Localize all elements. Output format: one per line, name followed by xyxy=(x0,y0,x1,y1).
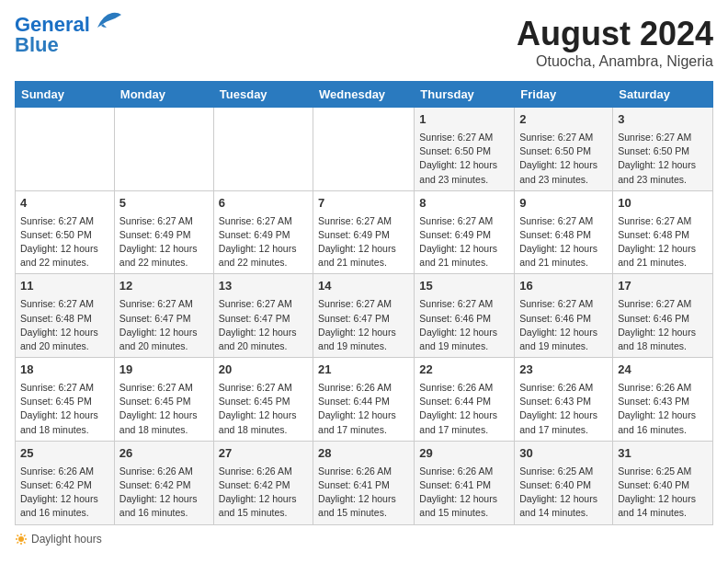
calendar-cell: 22Sunrise: 6:26 AMSunset: 6:44 PMDayligh… xyxy=(415,358,515,442)
day-info: Sunrise: 6:27 AMSunset: 6:49 PMDaylight:… xyxy=(419,214,509,270)
day-number: 4 xyxy=(20,195,109,213)
daylight-legend: Daylight hours xyxy=(15,533,102,546)
day-number: 22 xyxy=(419,362,509,379)
logo-text: General xyxy=(15,15,90,35)
footer: Daylight hours xyxy=(15,533,713,548)
day-number: 13 xyxy=(219,278,308,295)
day-info: Sunrise: 6:27 AMSunset: 6:47 PMDaylight:… xyxy=(119,297,209,353)
day-number: 6 xyxy=(219,195,308,213)
day-info: Sunrise: 6:26 AMSunset: 6:43 PMDaylight:… xyxy=(519,381,608,437)
page-header: General Blue August 2024 Otuocha, Anambr… xyxy=(15,15,713,70)
day-info: Sunrise: 6:26 AMSunset: 6:42 PMDaylight:… xyxy=(119,465,209,521)
day-info: Sunrise: 6:27 AMSunset: 6:47 PMDaylight:… xyxy=(318,297,409,353)
day-info: Sunrise: 6:27 AMSunset: 6:46 PMDaylight:… xyxy=(519,297,608,353)
calendar-cell: 17Sunrise: 6:27 AMSunset: 6:46 PMDayligh… xyxy=(613,274,713,358)
calendar-cell: 30Sunrise: 6:25 AMSunset: 6:40 PMDayligh… xyxy=(515,441,613,524)
day-number: 21 xyxy=(318,362,409,379)
day-number: 31 xyxy=(618,445,708,463)
day-number: 28 xyxy=(318,445,409,463)
day-info: Sunrise: 6:27 AMSunset: 6:45 PMDaylight:… xyxy=(219,381,308,437)
day-number: 11 xyxy=(20,278,109,295)
day-number: 15 xyxy=(419,278,509,295)
title-block: August 2024 Otuocha, Anambra, Nigeria xyxy=(517,15,713,70)
day-info: Sunrise: 6:27 AMSunset: 6:50 PMDaylight:… xyxy=(20,214,109,270)
page-title: August 2024 xyxy=(517,15,713,53)
calendar-cell: 28Sunrise: 6:26 AMSunset: 6:41 PMDayligh… xyxy=(313,441,415,524)
calendar-cell: 20Sunrise: 6:27 AMSunset: 6:45 PMDayligh… xyxy=(213,358,313,442)
day-info: Sunrise: 6:27 AMSunset: 6:46 PMDaylight:… xyxy=(419,297,509,353)
day-info: Sunrise: 6:27 AMSunset: 6:50 PMDaylight:… xyxy=(519,131,608,187)
day-info: Sunrise: 6:26 AMSunset: 6:42 PMDaylight:… xyxy=(20,465,109,521)
header-friday: Friday xyxy=(515,82,613,108)
calendar-cell xyxy=(114,108,213,191)
day-number: 29 xyxy=(419,445,509,463)
calendar-cell: 10Sunrise: 6:27 AMSunset: 6:48 PMDayligh… xyxy=(613,190,713,274)
calendar-cell: 12Sunrise: 6:27 AMSunset: 6:47 PMDayligh… xyxy=(114,274,213,358)
calendar-cell: 8Sunrise: 6:27 AMSunset: 6:49 PMDaylight… xyxy=(415,190,515,274)
day-info: Sunrise: 6:27 AMSunset: 6:45 PMDaylight:… xyxy=(119,381,209,437)
calendar-week-3: 18Sunrise: 6:27 AMSunset: 6:45 PMDayligh… xyxy=(16,358,713,442)
calendar-cell: 13Sunrise: 6:27 AMSunset: 6:47 PMDayligh… xyxy=(213,274,313,358)
calendar-cell xyxy=(16,108,115,191)
calendar-week-4: 25Sunrise: 6:26 AMSunset: 6:42 PMDayligh… xyxy=(16,441,713,524)
day-number: 1 xyxy=(419,111,509,129)
calendar-header-row: SundayMondayTuesdayWednesdayThursdayFrid… xyxy=(16,82,713,108)
calendar-cell: 21Sunrise: 6:26 AMSunset: 6:44 PMDayligh… xyxy=(313,358,415,442)
calendar-cell xyxy=(213,108,313,191)
svg-line-6 xyxy=(24,542,26,544)
day-number: 18 xyxy=(20,362,109,379)
daylight-label: Daylight hours xyxy=(31,533,102,546)
calendar-cell: 3Sunrise: 6:27 AMSunset: 6:50 PMDaylight… xyxy=(613,108,713,191)
day-info: Sunrise: 6:26 AMSunset: 6:44 PMDaylight:… xyxy=(419,381,509,437)
day-number: 17 xyxy=(618,278,708,295)
day-info: Sunrise: 6:26 AMSunset: 6:41 PMDaylight:… xyxy=(318,465,409,521)
day-info: Sunrise: 6:27 AMSunset: 6:49 PMDaylight:… xyxy=(219,214,308,270)
day-number: 30 xyxy=(519,445,608,463)
day-number: 23 xyxy=(519,362,608,379)
calendar-cell: 19Sunrise: 6:27 AMSunset: 6:45 PMDayligh… xyxy=(114,358,213,442)
calendar-cell: 4Sunrise: 6:27 AMSunset: 6:50 PMDaylight… xyxy=(16,190,115,274)
calendar-cell: 9Sunrise: 6:27 AMSunset: 6:48 PMDaylight… xyxy=(515,190,613,274)
calendar-cell: 31Sunrise: 6:25 AMSunset: 6:40 PMDayligh… xyxy=(613,441,713,524)
day-info: Sunrise: 6:25 AMSunset: 6:40 PMDaylight:… xyxy=(618,465,708,521)
calendar-cell: 7Sunrise: 6:27 AMSunset: 6:49 PMDaylight… xyxy=(313,190,415,274)
day-number: 5 xyxy=(119,195,209,213)
svg-line-5 xyxy=(17,534,19,536)
day-info: Sunrise: 6:26 AMSunset: 6:41 PMDaylight:… xyxy=(419,465,509,521)
day-number: 8 xyxy=(419,195,509,213)
calendar-cell: 25Sunrise: 6:26 AMSunset: 6:42 PMDayligh… xyxy=(16,441,115,524)
day-info: Sunrise: 6:27 AMSunset: 6:47 PMDaylight:… xyxy=(219,297,308,353)
day-number: 3 xyxy=(618,111,708,129)
day-number: 9 xyxy=(519,195,608,213)
day-number: 24 xyxy=(618,362,708,379)
calendar-cell: 18Sunrise: 6:27 AMSunset: 6:45 PMDayligh… xyxy=(16,358,115,442)
calendar-week-1: 4Sunrise: 6:27 AMSunset: 6:50 PMDaylight… xyxy=(16,190,713,274)
calendar-week-0: 1Sunrise: 6:27 AMSunset: 6:50 PMDaylight… xyxy=(16,108,713,191)
page-subtitle: Otuocha, Anambra, Nigeria xyxy=(517,53,713,70)
sun-icon xyxy=(15,533,28,546)
calendar-week-2: 11Sunrise: 6:27 AMSunset: 6:48 PMDayligh… xyxy=(16,274,713,358)
calendar-cell: 15Sunrise: 6:27 AMSunset: 6:46 PMDayligh… xyxy=(415,274,515,358)
calendar-cell: 16Sunrise: 6:27 AMSunset: 6:46 PMDayligh… xyxy=(515,274,613,358)
day-info: Sunrise: 6:26 AMSunset: 6:42 PMDaylight:… xyxy=(219,465,308,521)
calendar-cell xyxy=(313,108,415,191)
calendar-cell: 24Sunrise: 6:26 AMSunset: 6:43 PMDayligh… xyxy=(613,358,713,442)
calendar-cell: 27Sunrise: 6:26 AMSunset: 6:42 PMDayligh… xyxy=(213,441,313,524)
day-number: 16 xyxy=(519,278,608,295)
svg-line-7 xyxy=(24,534,26,536)
day-number: 25 xyxy=(20,445,109,463)
day-info: Sunrise: 6:26 AMSunset: 6:44 PMDaylight:… xyxy=(318,381,409,437)
calendar-cell: 29Sunrise: 6:26 AMSunset: 6:41 PMDayligh… xyxy=(415,441,515,524)
day-info: Sunrise: 6:26 AMSunset: 6:43 PMDaylight:… xyxy=(618,381,708,437)
day-number: 7 xyxy=(318,195,409,213)
calendar-cell: 14Sunrise: 6:27 AMSunset: 6:47 PMDayligh… xyxy=(313,274,415,358)
day-info: Sunrise: 6:27 AMSunset: 6:48 PMDaylight:… xyxy=(519,214,608,270)
header-monday: Monday xyxy=(114,82,213,108)
day-info: Sunrise: 6:27 AMSunset: 6:46 PMDaylight:… xyxy=(618,297,708,353)
logo: General Blue xyxy=(15,15,123,57)
header-tuesday: Tuesday xyxy=(213,82,313,108)
day-info: Sunrise: 6:25 AMSunset: 6:40 PMDaylight:… xyxy=(519,465,608,521)
day-number: 19 xyxy=(119,362,209,379)
day-info: Sunrise: 6:27 AMSunset: 6:49 PMDaylight:… xyxy=(119,214,209,270)
day-info: Sunrise: 6:27 AMSunset: 6:50 PMDaylight:… xyxy=(419,131,509,187)
